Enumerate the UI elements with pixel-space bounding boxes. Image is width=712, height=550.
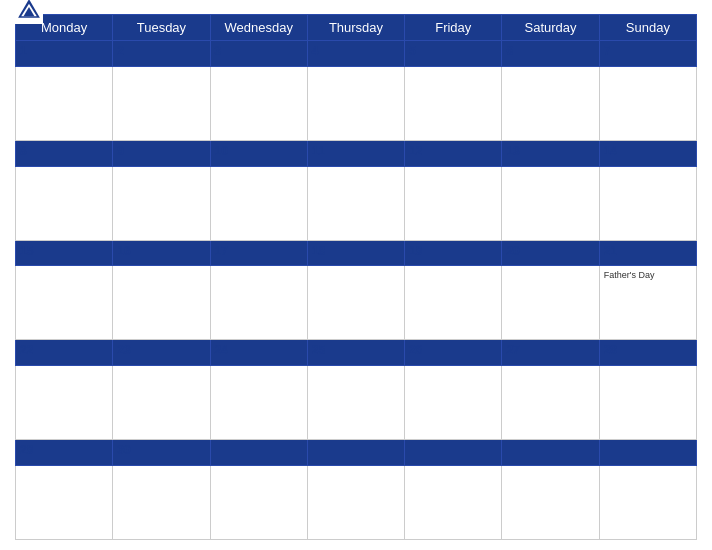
- day-cell: [113, 66, 210, 140]
- day-number: 23: [117, 343, 130, 357]
- day-num-cell: 22: [16, 340, 113, 366]
- day-num-cell: 8: [16, 140, 113, 166]
- day-number: 28: [604, 343, 617, 357]
- day-cell: [210, 66, 307, 140]
- day-number: 5: [409, 44, 416, 58]
- week-content-row-2: [16, 166, 697, 240]
- day-number: 30: [117, 443, 130, 457]
- day-cell: [307, 166, 404, 240]
- day-cell: [405, 266, 502, 340]
- day-cell: [210, 366, 307, 440]
- day-num-cell: [599, 440, 696, 466]
- day-number: 19: [409, 244, 422, 258]
- day-cell: [405, 466, 502, 540]
- day-cell: [210, 266, 307, 340]
- week-content-row-5: [16, 466, 697, 540]
- day-cell: [599, 166, 696, 240]
- week-num-row-1: 1234567: [16, 41, 697, 67]
- day-number: 2: [117, 44, 124, 58]
- day-cell: [16, 466, 113, 540]
- day-num-cell: 27: [502, 340, 599, 366]
- day-num-cell: 10: [210, 140, 307, 166]
- day-number: 26: [409, 343, 422, 357]
- day-cell: [210, 466, 307, 540]
- day-num-cell: 19: [405, 240, 502, 266]
- day-cell: [307, 366, 404, 440]
- day-number: 10: [215, 144, 228, 158]
- week-num-row-4: 22232425262728: [16, 340, 697, 366]
- day-number: 22: [20, 343, 33, 357]
- day-cell: [307, 466, 404, 540]
- week-content-row-4: [16, 366, 697, 440]
- day-cell: [113, 466, 210, 540]
- day-number: 8: [20, 144, 27, 158]
- day-cell: [113, 266, 210, 340]
- day-num-cell: 4: [307, 41, 404, 67]
- day-cell: [502, 266, 599, 340]
- day-cell: [599, 366, 696, 440]
- day-number: 12: [409, 144, 422, 158]
- day-num-cell: [307, 440, 404, 466]
- logo: [15, 0, 46, 24]
- day-cell: [405, 66, 502, 140]
- day-cell: [502, 466, 599, 540]
- logo-icon: [15, 0, 43, 24]
- day-num-cell: 21: [599, 240, 696, 266]
- day-num-cell: 12: [405, 140, 502, 166]
- week-content-row-3: Father's Day: [16, 266, 697, 340]
- day-num-cell: 28: [599, 340, 696, 366]
- day-number: 25: [312, 343, 325, 357]
- day-num-cell: 3: [210, 41, 307, 67]
- day-number: 6: [506, 44, 513, 58]
- day-num-cell: 17: [210, 240, 307, 266]
- weekday-header-row: MondayTuesdayWednesdayThursdayFridaySatu…: [16, 15, 697, 41]
- day-num-cell: 11: [307, 140, 404, 166]
- day-number: 1: [20, 44, 27, 58]
- week-content-row-1: [16, 66, 697, 140]
- day-cell: [16, 366, 113, 440]
- day-number: 11: [312, 144, 325, 158]
- day-cell: [113, 366, 210, 440]
- week-num-row-5: 2930: [16, 440, 697, 466]
- day-num-cell: [405, 440, 502, 466]
- day-cell: [307, 266, 404, 340]
- weekday-header-tuesday: Tuesday: [113, 15, 210, 41]
- day-number: 17: [215, 244, 228, 258]
- day-number: 16: [117, 244, 130, 258]
- day-number: 24: [215, 343, 228, 357]
- day-cell: [210, 166, 307, 240]
- day-num-cell: 6: [502, 41, 599, 67]
- day-cell: [405, 166, 502, 240]
- day-num-cell: 23: [113, 340, 210, 366]
- day-cell: [599, 66, 696, 140]
- day-number: 27: [506, 343, 519, 357]
- day-num-cell: 7: [599, 41, 696, 67]
- day-number: 29: [20, 443, 33, 457]
- week-num-row-2: 891011121314: [16, 140, 697, 166]
- day-cell: [307, 66, 404, 140]
- weekday-header-saturday: Saturday: [502, 15, 599, 41]
- day-number: 3: [215, 44, 222, 58]
- calendar-table: MondayTuesdayWednesdayThursdayFridaySatu…: [15, 14, 697, 540]
- day-cell: [16, 166, 113, 240]
- day-cell: [502, 366, 599, 440]
- day-cell: [16, 266, 113, 340]
- weekday-header-wednesday: Wednesday: [210, 15, 307, 41]
- day-num-cell: [210, 440, 307, 466]
- day-number: 20: [506, 244, 519, 258]
- day-number: 15: [20, 244, 33, 258]
- day-num-cell: 18: [307, 240, 404, 266]
- week-num-row-3: 15161718192021: [16, 240, 697, 266]
- day-cell: [113, 166, 210, 240]
- day-cell: Father's Day: [599, 266, 696, 340]
- day-num-cell: 29: [16, 440, 113, 466]
- day-num-cell: 24: [210, 340, 307, 366]
- day-num-cell: 13: [502, 140, 599, 166]
- day-num-cell: 14: [599, 140, 696, 166]
- day-num-cell: 9: [113, 140, 210, 166]
- day-num-cell: 15: [16, 240, 113, 266]
- day-num-cell: [502, 440, 599, 466]
- day-num-cell: 16: [113, 240, 210, 266]
- day-num-cell: 2: [113, 41, 210, 67]
- day-cell: [16, 66, 113, 140]
